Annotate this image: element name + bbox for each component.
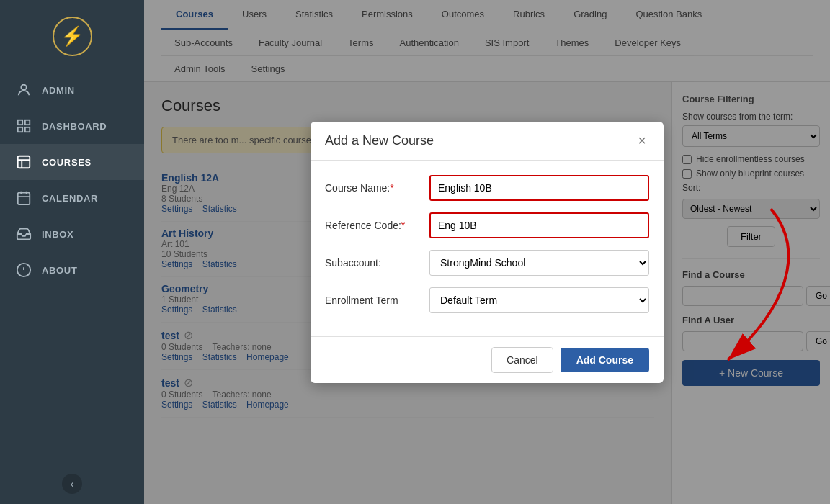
add-course-modal: Add a New Course × Course Name:* Referen… <box>311 122 664 383</box>
ref-code-row: Reference Code:* <box>325 212 649 238</box>
sidebar-about-label: ABOUT <box>42 265 77 276</box>
sidebar-item-inbox[interactable]: INBOX <box>0 216 144 252</box>
subaccount-select[interactable]: StrongMind School <box>429 250 649 276</box>
modal-header: Add a New Course × <box>311 122 664 161</box>
modal-footer: Cancel Add Course <box>311 336 664 383</box>
course-name-input[interactable] <box>429 175 649 201</box>
modal-close-button[interactable]: × <box>635 133 649 148</box>
logo-bolt-icon: ⚡ <box>61 27 84 45</box>
sidebar-inbox-label: INBOX <box>42 229 73 240</box>
modal-overlay[interactable]: Add a New Course × Course Name:* Referen… <box>144 82 830 504</box>
svg-rect-3 <box>18 127 22 132</box>
svg-rect-6 <box>18 193 30 205</box>
modal-body: Course Name:* Reference Code:* Subaccoun… <box>311 161 664 336</box>
subaccount-label: Subaccount: <box>325 257 429 269</box>
course-name-row: Course Name:* <box>325 175 649 201</box>
sidebar-calendar-label: CALENDAR <box>42 193 98 204</box>
course-name-label: Course Name:* <box>325 182 429 194</box>
ref-code-label: Reference Code:* <box>325 220 429 231</box>
sidebar-item-calendar[interactable]: CALENDAR <box>0 180 144 216</box>
sidebar-item-dashboard[interactable]: DASHBOARD <box>0 108 144 144</box>
sidebar-logo: ⚡ <box>0 0 144 72</box>
sidebar-dashboard-label: DASHBOARD <box>42 121 107 132</box>
calendar-icon <box>16 190 32 206</box>
svg-rect-2 <box>25 120 30 125</box>
svg-rect-1 <box>18 120 22 125</box>
sidebar-item-courses[interactable]: COURSES <box>0 144 144 180</box>
page-content: Courses There are too m... specific cour… <box>144 82 830 504</box>
inbox-icon <box>16 226 32 242</box>
sidebar-courses-label: COURSES <box>42 157 92 168</box>
sidebar-collapse-button[interactable]: ‹ <box>62 474 82 494</box>
sidebar: ⚡ ADMIN DASHBOARD COURSES CALENDAR INBOX… <box>0 0 144 504</box>
sidebar-admin-label: ADMIN <box>42 85 75 96</box>
modal-title: Add a New Course <box>325 133 434 148</box>
sidebar-nav: ADMIN DASHBOARD COURSES CALENDAR INBOX A… <box>0 72 144 464</box>
enrollment-select[interactable]: Default Term <box>429 287 649 313</box>
courses-icon <box>16 154 32 170</box>
sidebar-item-about[interactable]: ABOUT <box>0 252 144 288</box>
logo-circle: ⚡ <box>53 17 92 56</box>
about-icon <box>16 262 32 278</box>
main-content: Courses Users Statistics Permissions Out… <box>144 0 830 504</box>
ref-code-input[interactable] <box>429 212 649 238</box>
enrollment-term-row: Enrollment Term Default Term <box>325 287 649 313</box>
svg-rect-4 <box>25 127 30 132</box>
dashboard-icon <box>16 118 32 134</box>
cancel-button[interactable]: Cancel <box>491 347 553 373</box>
admin-icon <box>16 82 32 98</box>
svg-rect-5 <box>18 156 30 168</box>
add-course-button[interactable]: Add Course <box>561 348 649 372</box>
enrollment-label: Enrollment Term <box>325 294 429 306</box>
sidebar-item-admin[interactable]: ADMIN <box>0 72 144 108</box>
sidebar-bottom: ‹ <box>0 464 144 504</box>
subaccount-row: Subaccount: StrongMind School <box>325 250 649 276</box>
svg-point-0 <box>21 85 26 90</box>
